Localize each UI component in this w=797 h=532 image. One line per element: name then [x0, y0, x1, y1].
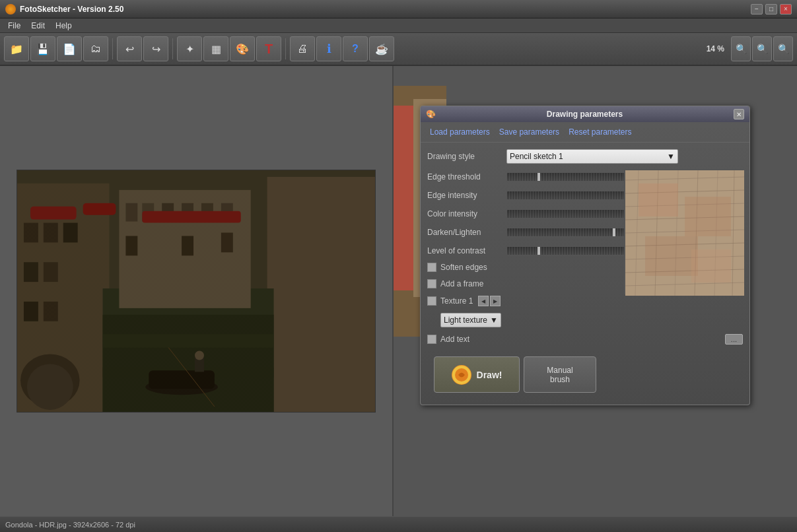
manual-brush-button[interactable]: Manualbrush — [524, 356, 596, 393]
info-button[interactable]: ℹ — [316, 36, 341, 61]
toolbar: 📁 💾 📄 🗂 ↩ ↪ ✦ ▦ 🎨 T 🖨 ℹ ? ☕ 14 % 🔍 🔍 🔍 — [0, 33, 797, 66]
light-texture-dropdown-icon: ▼ — [490, 316, 498, 325]
dialog-title-bar[interactable]: 🎨 Drawing parameters ✕ — [421, 106, 749, 122]
drawing-style-dropdown-icon: ▼ — [667, 152, 675, 161]
drawing-params-dialog: 🎨 Drawing parameters ✕ Load parameters S… — [420, 106, 750, 405]
texture1-row: Texture 1 ◀ ▶ — [427, 296, 743, 306]
zoom-out-button[interactable]: 🔍 — [773, 36, 793, 61]
zoom-controls: 🔍 🔍 🔍 — [731, 36, 793, 61]
toolbar-sep-3 — [285, 38, 286, 59]
status-text: Gondola - HDR.jpg - 3924x2606 - 72 dpi — [5, 521, 135, 529]
left-panel — [0, 66, 394, 516]
add-text-row: Add text ... — [427, 334, 743, 345]
draw-button[interactable]: Draw! — [434, 356, 520, 393]
zoom-in-button[interactable]: 🔍 — [731, 36, 751, 61]
color-intensity-label: Color intensity — [427, 209, 506, 218]
add-text-options-button[interactable]: ... — [725, 334, 743, 345]
texture1-checkbox[interactable] — [427, 296, 436, 306]
light-texture-row: Light texture ▼ — [440, 313, 743, 327]
source-image — [17, 170, 376, 413]
close-button[interactable]: × — [780, 4, 792, 15]
drawing-style-label: Drawing style — [427, 152, 506, 161]
app-icon — [5, 4, 16, 15]
darken-lighten-label: Darken/Lighten — [427, 228, 506, 237]
title-bar: FotoSketcher - Version 2.50 − □ × — [0, 0, 797, 18]
toolbar-sep-1 — [112, 38, 113, 59]
color-button[interactable]: 🎨 — [230, 36, 255, 61]
draw-button-label: Draw! — [477, 370, 502, 380]
open-button[interactable]: 📁 — [4, 36, 29, 61]
action-buttons: Draw! Manualbrush — [427, 351, 743, 398]
text-button[interactable]: T — [256, 36, 281, 61]
toolbar-sep-2 — [172, 38, 173, 59]
minimize-button[interactable]: − — [751, 4, 763, 15]
new-button[interactable]: 📄 — [57, 36, 82, 61]
adjust-button[interactable]: ▦ — [203, 36, 228, 61]
export-button[interactable]: 🗂 — [83, 36, 108, 61]
add-text-checkbox[interactable] — [427, 335, 436, 344]
add-frame-checkbox[interactable] — [427, 279, 436, 288]
dialog-content: Drawing style Pencil sketch 1 ▼ Edge thr… — [421, 143, 749, 405]
dialog-close-button[interactable]: ✕ — [734, 109, 744, 119]
main-area: 🎨 Drawing parameters ✕ Load parameters S… — [0, 66, 797, 516]
save-button[interactable]: 💾 — [30, 36, 55, 61]
menu-bar: File Edit Help — [0, 18, 797, 33]
svg-rect-36 — [17, 170, 375, 412]
window-controls: − □ × — [751, 4, 792, 15]
edge-intensity-label: Edge intensity — [427, 191, 506, 200]
texture-preview-image — [624, 169, 743, 294]
soften-edges-checkbox[interactable] — [427, 263, 436, 272]
right-panel: 🎨 Drawing parameters ✕ Load parameters S… — [394, 66, 797, 516]
draw-button-icon — [452, 365, 471, 385]
light-texture-label: Light texture — [444, 316, 487, 325]
drawing-style-value: Pencil sketch 1 — [510, 152, 563, 161]
dialog-title-text: Drawing parameters — [547, 110, 623, 119]
menu-edit[interactable]: Edit — [26, 20, 50, 32]
zoom-indicator: 14 % — [707, 44, 724, 53]
restore-button[interactable]: □ — [765, 4, 777, 15]
zoom-fit-button[interactable]: 🔍 — [752, 36, 772, 61]
light-texture-select[interactable]: Light texture ▼ — [440, 313, 501, 327]
undo-button[interactable]: ↩ — [117, 36, 142, 61]
reset-params-button[interactable]: Reset parameters — [566, 126, 634, 138]
dialog-toolbar: Load parameters Save parameters Reset pa… — [421, 122, 749, 143]
add-frame-label: Add a frame — [440, 279, 483, 288]
app-title: FotoSketcher - Version 2.50 — [20, 5, 123, 14]
load-params-button[interactable]: Load parameters — [427, 126, 493, 138]
dialog-title-icon: 🎨 — [426, 110, 436, 119]
print-button[interactable]: 🖨 — [290, 36, 315, 61]
menu-help[interactable]: Help — [50, 20, 77, 32]
add-text-label: Add text — [440, 335, 469, 344]
edge-threshold-label: Edge threshold — [427, 172, 506, 182]
level-contrast-label: Level of contrast — [427, 246, 506, 255]
menu-file[interactable]: File — [3, 20, 26, 32]
helpq-button[interactable]: ? — [343, 36, 368, 61]
drawing-style-row: Drawing style Pencil sketch 1 ▼ — [427, 149, 743, 164]
status-bar: Gondola - HDR.jpg - 3924x2606 - 72 dpi — [0, 516, 797, 532]
title-bar-left: FotoSketcher - Version 2.50 — [5, 4, 123, 15]
manual-brush-label: Manualbrush — [547, 366, 572, 384]
enhance-button[interactable]: ✦ — [177, 36, 202, 61]
svg-rect-63 — [625, 170, 744, 296]
texture-next-button[interactable]: ▶ — [490, 296, 501, 306]
redo-button[interactable]: ↪ — [143, 36, 168, 61]
save-params-button[interactable]: Save parameters — [497, 126, 562, 138]
soften-edges-label: Soften edges — [440, 263, 487, 272]
drawing-style-select[interactable]: Pencil sketch 1 ▼ — [506, 149, 678, 164]
coffee-button[interactable]: ☕ — [369, 36, 394, 61]
texture1-label: Texture 1 — [440, 296, 473, 306]
texture-prev-button[interactable]: ◀ — [478, 296, 489, 306]
